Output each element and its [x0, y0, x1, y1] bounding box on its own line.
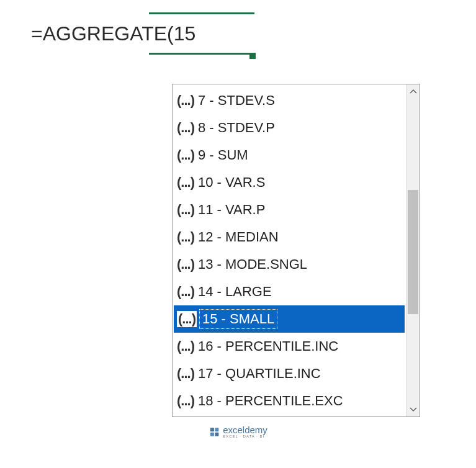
dropdown-item-label: 12 - MEDIAN	[197, 229, 279, 245]
dropdown-item-varp[interactable]: (...) 11 - VAR.P	[174, 196, 405, 223]
watermark-text: exceldemy EXCEL · DATA · BI	[223, 425, 267, 438]
highlight-handle	[249, 53, 256, 59]
function-icon: (...)	[177, 174, 194, 191]
highlight-underline	[149, 53, 254, 55]
formula-text[interactable]: =AGGREGATE(15	[31, 19, 230, 49]
function-icon: (...)	[177, 147, 194, 163]
dropdown-item-label: 11 - VAR.P	[197, 202, 265, 218]
function-icon: (...)	[177, 202, 194, 218]
dropdown-item-label: 8 - STDEV.P	[197, 120, 275, 136]
dropdown-item-label: 18 - PERCENTILE.EXC	[197, 393, 343, 409]
function-icon: (...)	[177, 92, 194, 109]
function-icon: (...)	[177, 256, 194, 272]
scroll-up-arrow[interactable]	[406, 84, 420, 98]
formula-argument: 15	[174, 22, 196, 45]
function-icon: (...)	[177, 393, 194, 409]
formula-bar-area: =AGGREGATE(15	[31, 19, 230, 49]
dropdown-item-vars[interactable]: (...) 10 - VAR.S	[174, 169, 405, 196]
highlight-overline	[149, 12, 254, 14]
watermark-tagline: EXCEL · DATA · BI	[223, 434, 267, 438]
chevron-down-icon	[410, 407, 417, 412]
svg-rect-1	[215, 428, 218, 431]
dropdown-item-small[interactable]: (...) 15 - SMALL	[174, 305, 405, 333]
function-icon: (...)	[177, 284, 194, 300]
dropdown-item-large[interactable]: (...) 14 - LARGE	[174, 278, 405, 305]
dropdown-item-stdevp[interactable]: (...) 8 - STDEV.P	[174, 114, 405, 142]
dropdown-item-label: 13 - MODE.SNGL	[197, 256, 307, 272]
watermark-logo-icon	[209, 426, 220, 438]
dropdown-list[interactable]: (...) 7 - STDEV.S (...) 8 - STDEV.P (...…	[173, 84, 406, 416]
dropdown-item-median[interactable]: (...) 12 - MEDIAN	[174, 223, 405, 251]
svg-rect-2	[210, 432, 213, 436]
watermark-brand: exceldemy	[223, 425, 267, 434]
dropdown-item-percentileinc[interactable]: (...) 16 - PERCENTILE.INC	[174, 333, 405, 360]
svg-rect-0	[210, 428, 213, 431]
dropdown-item-sum[interactable]: (...) 9 - SUM	[174, 142, 405, 169]
scroll-down-arrow[interactable]	[406, 403, 420, 416]
svg-rect-3	[215, 432, 218, 436]
function-icon: (...)	[177, 338, 194, 354]
scrollbar[interactable]	[406, 84, 420, 416]
dropdown-item-modesngl[interactable]: (...) 13 - MODE.SNGL	[174, 251, 405, 278]
autocomplete-dropdown: (...) 7 - STDEV.S (...) 8 - STDEV.P (...…	[172, 84, 420, 417]
dropdown-item-label: 10 - VAR.S	[197, 174, 265, 191]
function-icon: (...)	[178, 311, 195, 326]
function-icon: (...)	[177, 120, 194, 136]
dropdown-item-label: 15 - SMALL	[199, 309, 277, 329]
dropdown-item-label: 16 - PERCENTILE.INC	[197, 338, 338, 354]
chevron-up-icon	[410, 89, 417, 94]
dropdown-item-label: 7 - STDEV.S	[197, 92, 275, 109]
dropdown-item-percentileexc[interactable]: (...) 18 - PERCENTILE.EXC	[174, 387, 405, 415]
dropdown-item-label: 9 - SUM	[197, 147, 248, 163]
dropdown-item-quartileinc[interactable]: (...) 17 - QUARTILE.INC	[174, 360, 405, 387]
function-icon: (...)	[177, 229, 194, 245]
function-icon: (...)	[177, 366, 194, 382]
watermark: exceldemy EXCEL · DATA · BI	[209, 425, 267, 438]
dropdown-item-label: 14 - LARGE	[197, 284, 272, 300]
scroll-track[interactable]	[406, 98, 420, 403]
dropdown-item-stdevs[interactable]: (...) 7 - STDEV.S	[174, 87, 405, 114]
dropdown-item-label: 17 - QUARTILE.INC	[197, 366, 321, 382]
scroll-thumb[interactable]	[408, 190, 418, 314]
formula-prefix: =AGGREGATE(	[31, 22, 174, 45]
